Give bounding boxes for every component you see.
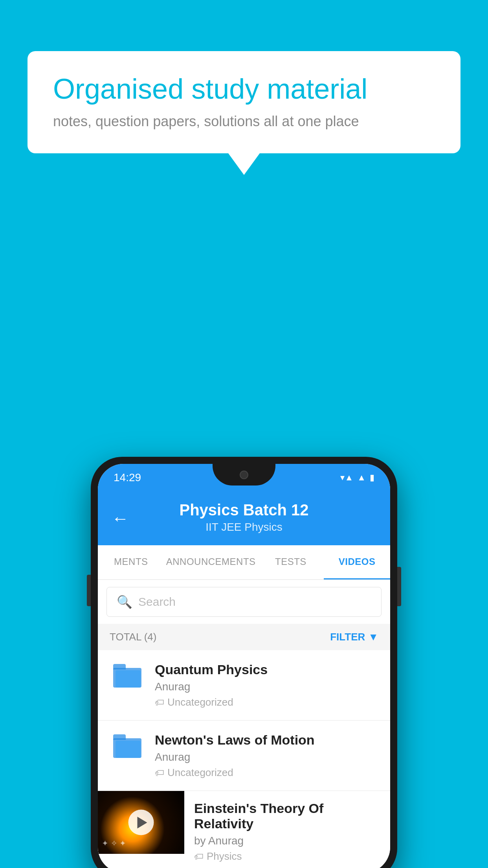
play-icon bbox=[137, 817, 147, 828]
folder-icon-wrap bbox=[110, 662, 145, 688]
item-author: Anurag bbox=[155, 751, 378, 763]
item-title: Einstein's Theory Of Relativity bbox=[194, 801, 380, 831]
header-subtitle: IIT JEE Physics bbox=[114, 521, 374, 533]
speech-bubble-section: Organised study material notes, question… bbox=[28, 51, 460, 175]
filter-button[interactable]: FILTER ▼ bbox=[330, 631, 378, 643]
tag-icon: 🏷 bbox=[155, 767, 164, 778]
item-details: Einstein's Theory Of Relativity by Anura… bbox=[184, 791, 390, 868]
tag-icon: 🏷 bbox=[155, 697, 164, 708]
item-title: Quantum Physics bbox=[155, 662, 378, 677]
folder-icon-wrap bbox=[110, 732, 145, 758]
back-button[interactable]: ← bbox=[112, 509, 129, 528]
item-details: Newton's Laws of Motion Anurag 🏷 Uncateg… bbox=[155, 732, 378, 779]
tag-label: Physics bbox=[207, 850, 242, 862]
app-header: ← Physics Batch 12 IIT JEE Physics bbox=[98, 491, 390, 545]
tag-label: Uncategorized bbox=[167, 767, 233, 779]
tag-label: Uncategorized bbox=[167, 696, 233, 708]
item-author: by Anurag bbox=[194, 835, 380, 847]
phone-outer-shell: 14:29 ▾▲ ▲ ▮ ← Physics Batch 12 IIT JEE … bbox=[91, 457, 397, 868]
item-tag: 🏷 Uncategorized bbox=[155, 696, 378, 708]
signal-icon: ▲ bbox=[357, 473, 366, 483]
filter-bar: TOTAL (4) FILTER ▼ bbox=[98, 624, 390, 650]
item-tag: 🏷 Uncategorized bbox=[155, 767, 378, 779]
play-button[interactable] bbox=[128, 810, 154, 835]
tab-tests[interactable]: TESTS bbox=[258, 545, 324, 579]
phone-device: 14:29 ▾▲ ▲ ▮ ← Physics Batch 12 IIT JEE … bbox=[91, 457, 397, 868]
search-container: 🔍 Search bbox=[98, 580, 390, 624]
tag-icon: 🏷 bbox=[194, 851, 204, 862]
search-input[interactable]: Search bbox=[138, 595, 176, 609]
video-list: Quantum Physics Anurag 🏷 Uncategorized bbox=[98, 650, 390, 868]
status-time: 14:29 bbox=[114, 471, 141, 484]
filter-icon: ▼ bbox=[368, 631, 378, 643]
speech-bubble-title: Organised study material bbox=[53, 73, 435, 105]
list-item[interactable]: Quantum Physics Anurag 🏷 Uncategorized bbox=[98, 650, 390, 721]
status-icons: ▾▲ ▲ ▮ bbox=[340, 473, 374, 483]
search-icon: 🔍 bbox=[117, 594, 132, 609]
item-tag: 🏷 Physics bbox=[194, 850, 380, 862]
video-thumbnail bbox=[98, 791, 184, 854]
search-bar[interactable]: 🔍 Search bbox=[106, 587, 382, 617]
phone-notch bbox=[213, 464, 275, 485]
item-title: Newton's Laws of Motion bbox=[155, 732, 378, 748]
tab-announcements[interactable]: ANNOUNCEMENTS bbox=[164, 545, 258, 579]
phone-screen: 14:29 ▾▲ ▲ ▮ ← Physics Batch 12 IIT JEE … bbox=[98, 464, 390, 868]
wifi-icon: ▾▲ bbox=[340, 473, 353, 483]
tab-ments[interactable]: MENTS bbox=[98, 545, 164, 579]
folder-icon bbox=[113, 734, 141, 758]
header-title: Physics Batch 12 bbox=[114, 501, 374, 519]
folder-icon bbox=[113, 664, 141, 688]
battery-icon: ▮ bbox=[370, 473, 374, 483]
filter-label: FILTER bbox=[330, 631, 365, 643]
list-item[interactable]: Einstein's Theory Of Relativity by Anura… bbox=[98, 791, 390, 868]
status-bar: 14:29 ▾▲ ▲ ▮ bbox=[98, 464, 390, 491]
tab-videos[interactable]: VIDEOS bbox=[324, 545, 390, 579]
front-camera bbox=[240, 471, 248, 479]
item-author: Anurag bbox=[155, 680, 378, 693]
item-details: Quantum Physics Anurag 🏷 Uncategorized bbox=[155, 662, 378, 708]
list-item[interactable]: Newton's Laws of Motion Anurag 🏷 Uncateg… bbox=[98, 721, 390, 791]
speech-bubble-card: Organised study material notes, question… bbox=[28, 51, 460, 153]
tab-bar: MENTS ANNOUNCEMENTS TESTS VIDEOS bbox=[98, 545, 390, 580]
speech-bubble-arrow bbox=[228, 153, 260, 175]
speech-bubble-subtitle: notes, question papers, solutions all at… bbox=[53, 113, 435, 130]
total-count: TOTAL (4) bbox=[110, 631, 156, 643]
